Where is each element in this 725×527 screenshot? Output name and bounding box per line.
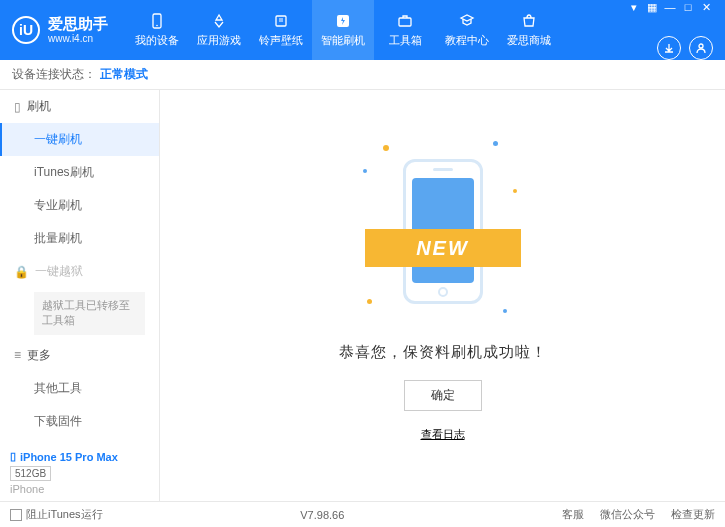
skin-icon[interactable]: ▦	[645, 0, 659, 14]
jailbreak-note: 越狱工具已转移至工具箱	[34, 292, 145, 335]
success-message: 恭喜您，保资料刷机成功啦！	[339, 343, 547, 362]
app-header: iU 爱思助手 www.i4.cn 我的设备 应用游戏 铃声壁纸 智能刷机 工具…	[0, 0, 725, 60]
svg-rect-4	[399, 18, 411, 26]
ok-button[interactable]: 确定	[404, 380, 482, 411]
ringtone-icon	[272, 12, 290, 30]
brand-title: 爱思助手	[48, 16, 108, 33]
apps-icon	[210, 12, 228, 30]
nav-toolbox[interactable]: 工具箱	[374, 0, 436, 60]
minimize-icon[interactable]: —	[663, 0, 677, 14]
device-info: ▯ iPhone 15 Pro Max 512GB iPhone	[0, 444, 159, 501]
sidebar-group-jailbreak: 🔒 一键越狱	[0, 255, 159, 288]
flash-group-icon: ▯	[14, 100, 21, 114]
status-mode: 正常模式	[100, 66, 148, 83]
nav-ringtones[interactable]: 铃声壁纸	[250, 0, 312, 60]
status-bar: 设备连接状态： 正常模式	[0, 60, 725, 90]
close-icon[interactable]: ✕	[699, 0, 713, 14]
sidebar-item-onekey-flash[interactable]: 一键刷机	[0, 123, 159, 156]
more-icon: ≡	[14, 348, 21, 362]
block-itunes-checkbox[interactable]: 阻止iTunes运行	[10, 507, 103, 522]
svg-point-1	[156, 25, 158, 27]
tutorial-icon	[458, 12, 476, 30]
top-nav: 我的设备 应用游戏 铃声壁纸 智能刷机 工具箱 教程中心 爱思商城	[126, 0, 560, 60]
nav-apps[interactable]: 应用游戏	[188, 0, 250, 60]
sidebar-group-more[interactable]: ≡ 更多	[0, 339, 159, 372]
device-storage: 512GB	[10, 466, 51, 481]
brand: iU 爱思助手 www.i4.cn	[12, 16, 108, 44]
nav-tutorials[interactable]: 教程中心	[436, 0, 498, 60]
sidebar-item-itunes-flash[interactable]: iTunes刷机	[0, 156, 159, 189]
main-content: NEW 恭喜您，保资料刷机成功啦！ 确定 查看日志	[160, 90, 725, 501]
brand-logo-icon: iU	[12, 16, 40, 44]
sidebar-item-batch-flash[interactable]: 批量刷机	[0, 222, 159, 255]
footer-update[interactable]: 检查更新	[671, 507, 715, 522]
flash-icon	[334, 12, 352, 30]
maximize-icon[interactable]: □	[681, 0, 695, 14]
svg-point-5	[699, 44, 703, 48]
lock-icon: 🔒	[14, 265, 29, 279]
user-button[interactable]	[689, 36, 713, 60]
device-type: iPhone	[10, 483, 149, 495]
download-button[interactable]	[657, 36, 681, 60]
sidebar-item-download-firmware[interactable]: 下载固件	[0, 405, 159, 438]
status-label: 设备连接状态：	[12, 66, 96, 83]
brand-subtitle: www.i4.cn	[48, 33, 108, 44]
phone-icon: ▯	[10, 450, 16, 463]
success-illustration: NEW	[373, 149, 513, 329]
nav-device[interactable]: 我的设备	[126, 0, 188, 60]
version-label: V7.98.66	[300, 509, 344, 521]
sidebar-item-pro-flash[interactable]: 专业刷机	[0, 189, 159, 222]
footer-wechat[interactable]: 微信公众号	[600, 507, 655, 522]
device-name[interactable]: ▯ iPhone 15 Pro Max	[10, 450, 149, 463]
sidebar: ▯ 刷机 一键刷机 iTunes刷机 专业刷机 批量刷机 🔒 一键越狱 越狱工具…	[0, 90, 160, 501]
nav-flash[interactable]: 智能刷机	[312, 0, 374, 60]
window-controls: ▾ ▦ — □ ✕	[627, 0, 713, 14]
footer: 阻止iTunes运行 V7.98.66 客服 微信公众号 检查更新	[0, 501, 725, 527]
menu-icon[interactable]: ▾	[627, 0, 641, 14]
sidebar-item-other-tools[interactable]: 其他工具	[0, 372, 159, 405]
store-icon	[520, 12, 538, 30]
toolbox-icon	[396, 12, 414, 30]
footer-support[interactable]: 客服	[562, 507, 584, 522]
nav-store[interactable]: 爱思商城	[498, 0, 560, 60]
device-icon	[148, 12, 166, 30]
new-ribbon: NEW	[365, 229, 521, 267]
view-log-link[interactable]: 查看日志	[421, 427, 465, 442]
sidebar-group-flash[interactable]: ▯ 刷机	[0, 90, 159, 123]
